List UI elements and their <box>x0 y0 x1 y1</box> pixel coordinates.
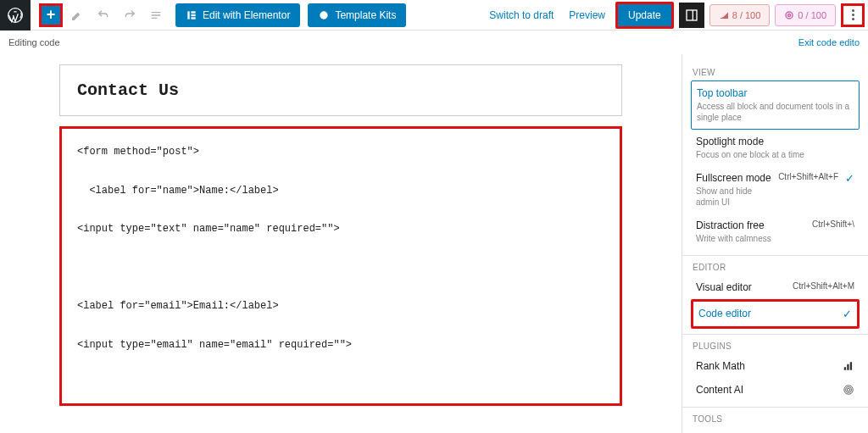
switch-draft-link[interactable]: Switch to draft <box>484 6 559 25</box>
template-kits-button[interactable]: Template Kits <box>308 3 406 27</box>
edit-elementor-button[interactable]: Edit with Elementor <box>175 3 300 27</box>
svg-point-8 <box>786 12 793 19</box>
toolbar-left: + Edit with Elementor Template Kits <box>31 3 406 27</box>
update-button[interactable]: Update <box>615 2 674 29</box>
top-toolbar: + Edit with Elementor Template Kits Swit… <box>0 0 868 31</box>
post-title[interactable]: Contact Us <box>59 64 622 116</box>
svg-point-9 <box>788 14 791 16</box>
chart-icon <box>843 360 854 372</box>
menu-rank-math[interactable]: Rank Math <box>691 354 860 378</box>
template-kits-label: Template Kits <box>335 9 396 21</box>
wordpress-logo[interactable] <box>0 0 31 31</box>
redo-icon[interactable] <box>118 3 142 27</box>
code-editor-content[interactable]: <form method="post"> <label for="name">N… <box>59 126 622 406</box>
section-tools-label: TOOLS <box>693 414 860 424</box>
fingerprint-icon <box>843 384 854 396</box>
toolbar-right: Switch to draft Preview Update 8 / 100 0… <box>484 2 868 29</box>
svg-point-11 <box>846 387 852 393</box>
svg-rect-1 <box>187 11 189 19</box>
section-view-label: VIEW <box>693 68 860 77</box>
menu-distraction-free[interactable]: Distraction free Write with calmness Ctr… <box>691 214 860 250</box>
seo-score-pink[interactable]: 0 / 100 <box>775 4 836 26</box>
svg-rect-6 <box>687 10 697 20</box>
menu-code-editor[interactable]: Code editor ✓ <box>691 299 860 329</box>
menu-visual-editor[interactable]: Visual editor Ctrl+Shift+Alt+M <box>691 275 860 299</box>
edit-icon[interactable] <box>65 3 89 27</box>
menu-fullscreen-mode[interactable]: Fullscreen mode Show and hide admin UI C… <box>691 166 860 214</box>
menu-reusable-blocks[interactable]: Manage Reusable blocks <box>691 427 860 433</box>
menu-spotlight-mode[interactable]: Spotlight mode Focus on one block at a t… <box>691 130 860 166</box>
edit-elementor-label: Edit with Elementor <box>203 9 290 21</box>
check-icon: ✓ <box>845 172 854 185</box>
check-icon: ✓ <box>843 308 852 320</box>
options-dropdown: VIEW Top toolbar Access all block and do… <box>682 54 868 433</box>
sub-toolbar: Editing code Exit code edito <box>0 31 868 54</box>
svg-rect-2 <box>191 11 195 13</box>
menu-top-toolbar[interactable]: Top toolbar Access all block and documen… <box>691 80 860 130</box>
seo-score-red[interactable]: 8 / 100 <box>709 4 771 26</box>
add-block-button[interactable]: + <box>39 3 63 27</box>
editor-canvas: Contact Us <form method="post"> <label f… <box>0 54 682 433</box>
more-options-button[interactable] <box>841 3 865 27</box>
section-plugins-label: PLUGINS <box>693 341 860 351</box>
svg-point-5 <box>320 11 328 19</box>
svg-point-12 <box>847 388 850 391</box>
svg-rect-3 <box>191 14 195 15</box>
menu-content-ai[interactable]: Content AI <box>691 378 860 402</box>
settings-panel-toggle[interactable] <box>679 3 704 28</box>
exit-code-editor-link[interactable]: Exit code edito <box>798 37 860 47</box>
undo-icon[interactable] <box>92 3 115 27</box>
svg-rect-4 <box>191 17 195 19</box>
list-view-icon[interactable] <box>144 3 168 27</box>
preview-link[interactable]: Preview <box>564 6 610 25</box>
mode-label: Editing code <box>8 37 60 47</box>
section-editor-label: EDITOR <box>693 263 860 272</box>
